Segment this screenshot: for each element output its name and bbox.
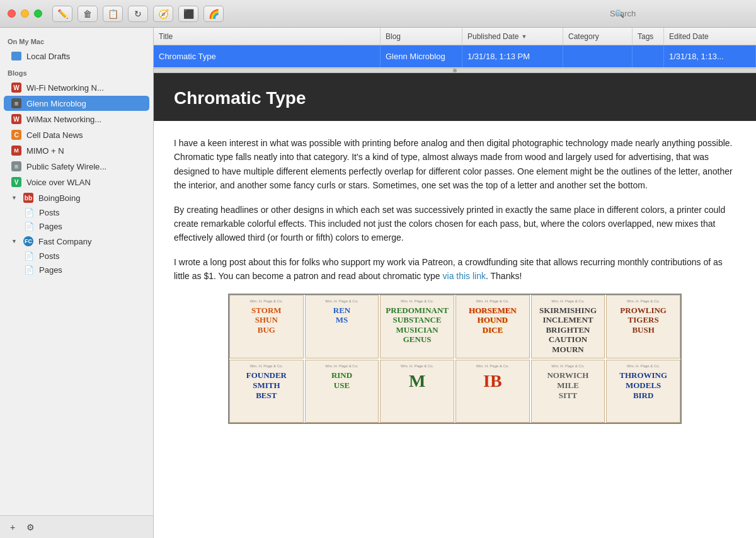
resize-handle[interactable] bbox=[154, 68, 756, 73]
delete-button[interactable]: 🗑 bbox=[77, 6, 98, 22]
td-published-date: 1/31/18, 1:13 PM bbox=[462, 45, 563, 67]
fast-company-blog-icon: FC bbox=[23, 236, 33, 246]
sidebar-content: On My Mac Local Drafts Blogs W Wi-Fi Net… bbox=[0, 28, 153, 515]
sub-item-label: Pages bbox=[39, 222, 62, 231]
table-row[interactable]: Chromatic Type Glenn Microblog 1/31/18, … bbox=[154, 45, 756, 68]
th-category[interactable]: Category bbox=[563, 28, 633, 45]
article-paragraph-1: I have a keen interest in what was possi… bbox=[174, 136, 736, 193]
sidebar-item-cell-data-news[interactable]: C Cell Data News bbox=[4, 127, 149, 142]
td-tags bbox=[633, 45, 664, 67]
th-tags-label: Tags bbox=[638, 32, 653, 41]
sidebar-item-label: Glenn Microblog bbox=[26, 99, 86, 108]
card-rind: Wm. H. Page & Co. RINDUSE bbox=[305, 360, 379, 423]
sidebar-item-fastcompany-pages[interactable]: 📄 Pages bbox=[19, 263, 149, 277]
th-category-label: Category bbox=[568, 32, 599, 41]
sidebar-item-wifi-networking[interactable]: W Wi-Fi Networking N... bbox=[4, 80, 149, 95]
sidebar-item-fastcompany-posts[interactable]: 📄 Posts bbox=[19, 249, 149, 263]
sidebar-item-label: Voice over WLAN bbox=[26, 178, 91, 187]
sidebar-item-label: Fast Company bbox=[38, 237, 92, 246]
sidebar-item-label: Public Safety Wirele... bbox=[26, 162, 106, 171]
search-input[interactable] bbox=[610, 9, 748, 18]
card-ib: Wm. H. Page & Co. IB bbox=[455, 360, 530, 423]
sidebar-item-label: Wi-Fi Networking N... bbox=[26, 83, 104, 93]
sidebar-item-public-safety[interactable]: ≡ Public Safety Wirele... bbox=[4, 159, 149, 174]
card-throwing: Wm. H. Page & Co. THROWINGMODELSBIRD bbox=[606, 360, 680, 423]
article-paragraph-3: I wrote a long post about this for folks… bbox=[174, 255, 736, 283]
chromatic-image-grid: Wm. H. Page & Co. STORMSHUNBUG Wm. H. Pa… bbox=[228, 294, 682, 425]
voice-wlan-blog-icon: V bbox=[11, 177, 21, 187]
sidebar-item-mimo[interactable]: M MIMO + N bbox=[4, 143, 149, 158]
maximize-button[interactable] bbox=[34, 9, 42, 18]
article-body: I have a keen interest in what was possi… bbox=[154, 121, 756, 444]
sidebar-item-boingboing-posts[interactable]: 📄 Posts bbox=[19, 206, 149, 219]
refresh-button[interactable]: ↻ bbox=[128, 6, 148, 22]
titlebar: ✏️ 🗑 📋 ↻ 🧭 ⬛ 🌈 🔍 bbox=[0, 0, 756, 28]
cell-data-blog-icon: C bbox=[11, 130, 21, 140]
td-blog: Glenn Microblog bbox=[381, 45, 462, 67]
card-predominant: Wm. H. Page & Co. PREDOMINANTSUBSTANCEMU… bbox=[380, 295, 454, 359]
compass-button[interactable]: 🧭 bbox=[153, 6, 173, 22]
sidebar-item-label: BoingBoing bbox=[38, 193, 81, 203]
th-edited-date[interactable]: Edited Date bbox=[664, 28, 756, 45]
td-category bbox=[563, 45, 633, 67]
sort-arrow-icon: ▼ bbox=[521, 33, 527, 40]
th-published-date[interactable]: Published Date ▼ bbox=[462, 28, 563, 45]
th-title-label: Title bbox=[159, 32, 173, 41]
blogs-label: Blogs bbox=[0, 64, 153, 79]
sidebar-item-label: WiMax Networking... bbox=[26, 115, 101, 124]
sidebar: On My Mac Local Drafts Blogs W Wi-Fi Net… bbox=[0, 28, 154, 538]
add-button[interactable]: + bbox=[5, 521, 20, 534]
new-post-button[interactable]: ✏️ bbox=[52, 6, 72, 22]
on-my-mac-label: On My Mac bbox=[0, 33, 153, 48]
th-blog[interactable]: Blog bbox=[381, 28, 462, 45]
sidebar-item-glenn-microblog[interactable]: ≡ Glenn Microblog bbox=[4, 96, 149, 111]
reader-button[interactable]: ⬛ bbox=[178, 6, 198, 22]
sidebar-item-voice-over-wlan[interactable]: V Voice over WLAN bbox=[4, 175, 149, 190]
wimax-blog-icon: W bbox=[11, 114, 21, 124]
photos-button[interactable]: 🌈 bbox=[203, 6, 224, 22]
card-ren: Wm. H. Page & Co. RENMS bbox=[305, 295, 379, 359]
close-button[interactable] bbox=[8, 9, 16, 18]
minimize-button[interactable] bbox=[21, 9, 29, 18]
article-area[interactable]: Chromatic Type I have a keen interest in… bbox=[154, 73, 756, 538]
main-container: On My Mac Local Drafts Blogs W Wi-Fi Net… bbox=[0, 28, 756, 538]
card-horsemen: Wm. H. Page & Co. HORSEMENHOUNDDICE bbox=[455, 295, 530, 359]
sidebar-item-local-drafts[interactable]: Local Drafts bbox=[4, 49, 149, 64]
sidebar-item-label: Cell Data News bbox=[26, 130, 83, 140]
sidebar-item-boingboing-pages[interactable]: 📄 Pages bbox=[19, 220, 149, 233]
sidebar-item-boingboing[interactable]: ▼ bb BoingBoing bbox=[4, 190, 149, 205]
traffic-lights bbox=[8, 9, 42, 18]
card-prowling: Wm. H. Page & Co. PROWLINGTIGERSBUSH bbox=[606, 295, 680, 359]
article-header: Chromatic Type bbox=[154, 73, 756, 121]
sidebar-item-label: Local Drafts bbox=[26, 52, 70, 61]
th-title[interactable]: Title bbox=[154, 28, 381, 45]
public-safety-blog-icon: ≡ bbox=[11, 161, 21, 171]
right-panel: Title Blog Published Date ▼ Category Tag… bbox=[154, 28, 756, 538]
th-tags[interactable]: Tags bbox=[633, 28, 664, 45]
sidebar-footer: + ⚙ bbox=[0, 515, 153, 538]
posts-icon: 📄 bbox=[24, 251, 34, 261]
article-title: Chromatic Type bbox=[174, 88, 736, 108]
sidebar-item-fast-company[interactable]: ▼ FC Fast Company bbox=[4, 234, 149, 249]
search-bar[interactable]: 🔍 bbox=[610, 9, 748, 18]
th-published-date-label: Published Date bbox=[467, 32, 518, 41]
pages-icon: 📄 bbox=[24, 222, 34, 231]
td-edited-date: 1/31/18, 1:13... bbox=[664, 45, 756, 67]
sidebar-item-wimax-networking[interactable]: W WiMax Networking... bbox=[4, 112, 149, 127]
posts-icon: 📄 bbox=[24, 208, 34, 217]
card-m: Wm. H. Page & Co. M bbox=[380, 360, 454, 423]
settings-button[interactable]: ⚙ bbox=[23, 521, 38, 534]
article-paragraph-2: By creating headlines or other designs i… bbox=[174, 203, 736, 245]
card-founder: Wm. H. Page & Co. FOUNDERSMITHBEST bbox=[229, 360, 304, 423]
th-blog-label: Blog bbox=[386, 32, 401, 41]
patreon-link[interactable]: via this link bbox=[443, 271, 486, 281]
card-norwich: Wm. H. Page & Co. NORWICHMILESITT bbox=[531, 360, 605, 423]
expand-triangle-icon: ▼ bbox=[11, 238, 17, 244]
glenn-blog-icon: ≡ bbox=[11, 98, 21, 108]
expand-triangle-icon: ▼ bbox=[11, 195, 17, 201]
pages-button[interactable]: 📋 bbox=[103, 6, 123, 22]
card-storm: Wm. H. Page & Co. STORMSHUNBUG bbox=[229, 295, 304, 359]
mimo-blog-icon: M bbox=[11, 146, 21, 156]
table-header: Title Blog Published Date ▼ Category Tag… bbox=[154, 28, 756, 45]
sidebar-item-label: MIMO + N bbox=[26, 146, 64, 156]
